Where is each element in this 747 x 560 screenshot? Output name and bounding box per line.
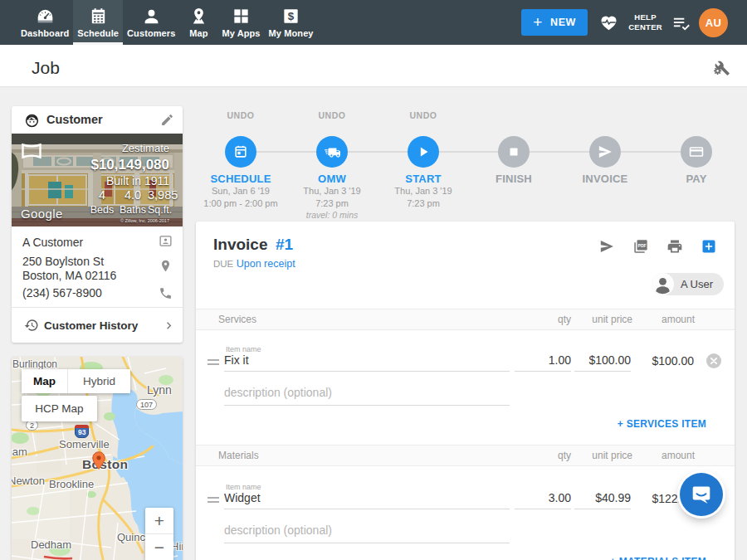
customer-card-title: Customer	[46, 113, 103, 126]
item-unit-price-input[interactable]: $100.00	[574, 353, 631, 372]
item-name-input[interactable]: Fix it	[224, 353, 510, 372]
nav-item-my-money[interactable]: $My Money	[265, 0, 318, 45]
item-description-input[interactable]: description (optional)	[224, 386, 510, 406]
add-invoice-icon[interactable]	[701, 238, 717, 255]
send-invoice-icon[interactable]	[598, 238, 615, 255]
nav-item-label: My Money	[269, 28, 314, 38]
customers-icon	[142, 7, 161, 26]
customer-name-row: A Customer	[12, 236, 183, 249]
add-services-item-link[interactable]: + SERVICES ITEM	[196, 418, 735, 430]
step-circle-finish[interactable]	[498, 136, 530, 168]
address-line2: Boston, MA 02116	[22, 269, 172, 283]
undo-button[interactable]: UNDO	[374, 110, 473, 122]
google-logo: Google	[21, 207, 63, 221]
step-datetime: 7:23 pm	[374, 198, 473, 210]
step-label: OMW	[282, 173, 382, 185]
health-heart-icon[interactable]	[599, 13, 618, 32]
item-amount: $100.00	[631, 354, 694, 372]
step-circle-schedule[interactable]	[225, 136, 256, 168]
column-unit-price: unit price	[571, 450, 632, 461]
item-qty-input[interactable]: 1.00	[515, 353, 571, 372]
job-timeline: UNDOSCHEDULESun, Jan 6 '191:00 pm - 2:00…	[196, 110, 735, 218]
column-unit-price: unit price	[571, 314, 632, 325]
invoice-card: Invoice #1 DUE Upon receipt PDF A User S…	[196, 222, 735, 560]
step-datetime: Sun, Jan 6 '19	[191, 186, 290, 197]
avatar[interactable]: AU	[699, 8, 728, 37]
chat-icon	[691, 484, 712, 505]
truck-icon	[324, 144, 340, 160]
checklist-icon[interactable]	[671, 13, 691, 32]
invoice-actions: PDF	[598, 238, 717, 255]
customer-card: Customer	[12, 106, 183, 343]
property-stat: 4.0Baths	[118, 188, 148, 216]
step-circle-invoice[interactable]	[589, 136, 621, 168]
map-type-control: Map Hybrid	[22, 369, 130, 393]
item-description-input[interactable]: description (optional)	[224, 523, 510, 543]
calendar-icon	[232, 144, 249, 160]
pdf-icon[interactable]: PDF	[632, 238, 649, 255]
drag-handle-icon[interactable]	[208, 491, 219, 508]
customer-address-row: 250 Boylston St Boston, MA 02116	[12, 255, 183, 282]
new-button[interactable]: +NEW	[521, 9, 588, 36]
undo-button[interactable]: UNDO	[191, 110, 290, 122]
section-header: Servicesqtyunit priceamount	[196, 309, 735, 330]
map-type-map-button[interactable]: Map	[22, 369, 68, 393]
hcp-map-button[interactable]: HCP Map	[22, 396, 97, 421]
contact-card-icon[interactable]	[159, 234, 173, 248]
property-stat: 4Beds	[86, 188, 118, 216]
job-settings-icon[interactable]	[711, 57, 731, 77]
nav-item-label: Map	[189, 28, 208, 38]
step-circle-omw[interactable]	[316, 136, 348, 168]
item-qty-input[interactable]: 3.00	[515, 491, 571, 509]
help-center-link[interactable]: HELPCENTER	[628, 12, 662, 32]
zoom-out-button[interactable]: −	[145, 534, 173, 560]
section-name: Materials	[218, 450, 515, 461]
nav-item-map[interactable]: Map	[179, 0, 217, 45]
built-year: Built in 1911	[106, 174, 169, 187]
step-datetime: 7:23 pm	[282, 198, 382, 210]
nav-item-my-apps[interactable]: My Apps	[217, 0, 264, 45]
place-pin-icon[interactable]	[159, 259, 173, 273]
section-name: Services	[218, 314, 515, 325]
schedule-icon	[89, 7, 108, 26]
column-amount: amount	[632, 314, 695, 325]
invoice-number[interactable]: #1	[276, 236, 293, 253]
property-stat: 3,985Sq.ft.	[148, 188, 169, 216]
divider	[12, 307, 183, 308]
timeline-step-start: UNDOSTARTThu, Jan 3 '197:23 pm	[374, 110, 473, 209]
app: DashboardScheduleCustomersMapMy Apps$My …	[0, 0, 747, 560]
zoom-in-button[interactable]: +	[145, 508, 173, 534]
invoice-sections: Servicesqtyunit priceamountItem nameFix …	[196, 309, 735, 560]
map-card[interactable]: BurlingtonLynnSomervilleWalthamBostonNew…	[12, 357, 183, 560]
property-photo[interactable]: Zestimate $10,149,080 Built in 1911 4Bed…	[12, 134, 183, 226]
play-icon	[415, 144, 432, 160]
customer-history-button[interactable]: Customer History	[12, 309, 183, 343]
map-type-hybrid-button[interactable]: Hybrid	[68, 369, 130, 393]
dashboard-icon	[36, 7, 55, 26]
edit-customer-icon[interactable]	[160, 113, 174, 127]
nav-item-schedule[interactable]: Schedule	[73, 0, 123, 45]
column-qty: qty	[515, 314, 571, 325]
assignee-name: A User	[681, 278, 713, 290]
item-name-input[interactable]: Widget	[224, 491, 510, 509]
undo-button	[647, 110, 746, 122]
nav-item-dashboard[interactable]: Dashboard	[17, 0, 73, 45]
undo-button[interactable]: UNDO	[282, 110, 382, 122]
phone-icon[interactable]	[159, 286, 173, 300]
step-circle-start[interactable]	[408, 136, 439, 168]
remove-item-icon[interactable]	[706, 353, 721, 368]
assignee-chip[interactable]: A User	[652, 273, 724, 295]
item-name-label: Item name	[226, 483, 735, 491]
step-circle-pay[interactable]	[681, 136, 712, 168]
job-header-bar: Job	[0, 45, 747, 87]
timeline-step-finish: FINISH	[464, 110, 564, 185]
nav-item-customers[interactable]: Customers	[123, 0, 179, 45]
add-materials-item-link[interactable]: + MATERIALS ITEM	[196, 556, 735, 560]
due-value-link[interactable]: Upon receipt	[237, 258, 295, 270]
drag-handle-icon[interactable]	[208, 353, 219, 370]
print-icon[interactable]	[666, 238, 683, 255]
chat-bubble-button[interactable]	[680, 473, 723, 516]
section-header: Materialsqtyunit priceamount	[196, 445, 735, 466]
customer-card-header: Customer	[12, 106, 183, 134]
item-unit-price-input[interactable]: $40.99	[574, 491, 631, 509]
